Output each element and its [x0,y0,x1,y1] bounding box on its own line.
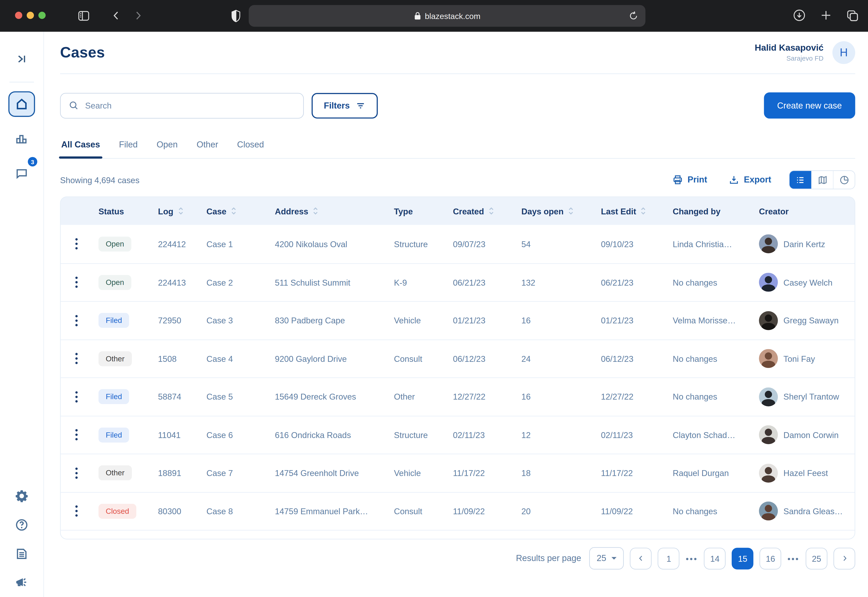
privacy-shield-icon[interactable] [229,9,243,23]
create-new-case-button[interactable]: Create new case [764,92,855,119]
last-edit-cell: 12/27/22 [594,392,666,402]
search-box[interactable] [60,93,304,118]
status-badge: Filed [99,313,129,328]
sidebar-item-reports[interactable] [8,126,35,151]
status-badge: Closed [99,503,136,518]
status-cell: Filed [92,313,151,328]
table-row[interactable]: Filed72950Case 3830 Padberg CapeVehicle0… [61,301,855,339]
search-input[interactable] [84,100,295,111]
changed-by-cell: No changes [666,392,752,402]
tab-other[interactable]: Other [196,135,219,158]
tab-all-cases[interactable]: All Cases [60,135,101,158]
back-button[interactable] [110,9,122,22]
sidebar-item-documents[interactable] [8,541,35,566]
row-actions-menu[interactable] [61,238,92,250]
results-per-page-label: Results per page [516,553,581,563]
column-header-address[interactable]: Address [268,206,387,216]
list-view-button[interactable] [789,171,811,189]
created-cell: 09/07/23 [446,239,515,249]
sort-icon[interactable] [230,206,237,215]
tab-filed[interactable]: Filed [118,135,139,158]
case-cell: Case 1 [200,239,268,249]
sidebar-item-announcements[interactable] [8,570,35,595]
changed-by-cell: Velma Morisse… [666,316,752,325]
main-content: Cases Halid Kasapović Sarajevo FD H [44,32,868,597]
minimize-window-button[interactable] [27,12,34,19]
status-cell: Open [92,236,151,251]
downloads-icon[interactable] [792,8,806,22]
tab-open[interactable]: Open [156,135,179,158]
sidebar-item-messages[interactable]: 3 [8,160,35,186]
column-header-last-edit[interactable]: Last Edit [594,206,666,216]
reload-icon[interactable] [628,10,639,23]
row-actions-menu[interactable] [61,505,92,517]
status-badge: Open [99,275,131,290]
row-actions-menu[interactable] [61,314,92,327]
row-actions-menu[interactable] [61,391,92,403]
new-tab-icon[interactable] [820,8,832,22]
case-cell: Case 7 [200,468,268,478]
row-actions-menu[interactable] [61,429,92,441]
case-cell: Case 5 [200,392,268,402]
sort-icon[interactable] [640,206,647,215]
user-avatar[interactable]: H [832,41,855,64]
table-row[interactable]: Filed58874Case 515649 Dereck GrovesOther… [61,377,855,416]
sidebar-item-settings[interactable] [8,483,35,508]
close-window-button[interactable] [15,12,22,19]
tab-overview-icon[interactable] [846,8,859,22]
export-button[interactable]: Export [725,174,775,186]
case-cell: Case 2 [200,278,268,287]
column-header-log[interactable]: Log [151,206,200,216]
print-button[interactable]: Print [669,174,711,186]
page-button-14[interactable]: 14 [704,548,726,569]
filters-button[interactable]: Filters [311,93,378,118]
type-cell: Consult [387,354,446,364]
page-ellipsis: ••• [788,554,800,563]
page-size-select[interactable]: 25 [590,547,624,569]
user-menu[interactable]: Halid Kasapović Sarajevo FD H [755,41,855,64]
zoom-window-button[interactable] [39,12,46,19]
table-row[interactable]: Open224412Case 14200 Nikolaus OvalStruct… [61,225,855,263]
forward-button[interactable] [132,9,144,22]
tab-closed[interactable]: Closed [236,135,265,158]
table-row[interactable]: Closed80300Case 814759 Emmanuel Park…Con… [61,492,855,530]
printer-icon [672,174,683,185]
column-header-case[interactable]: Case [200,206,268,216]
map-view-button[interactable] [811,171,833,189]
table-row[interactable]: Other18891Case 714754 Greenholt DriveVeh… [61,454,855,492]
column-header-creator: Creator [752,206,855,216]
sort-icon[interactable] [177,206,184,215]
page-button-25[interactable]: 25 [806,548,827,569]
column-header-days-open[interactable]: Days open [515,206,594,216]
sidebar-toggle-icon[interactable] [77,9,91,23]
sort-icon[interactable] [567,206,574,215]
sort-icon[interactable] [488,206,495,215]
column-header-created[interactable]: Created [446,206,515,216]
page-button-15[interactable]: 15 [732,548,754,569]
creator-cell: Hazel Feest [752,463,855,483]
row-actions-menu[interactable] [61,352,92,365]
sidebar-expand-icon[interactable] [16,53,28,67]
sort-icon[interactable] [312,206,319,215]
chart-view-button[interactable] [833,171,855,189]
page-button-1[interactable]: 1 [658,548,680,569]
results-summary: Showing 4,694 cases [60,175,139,184]
row-actions-menu[interactable] [61,467,92,479]
sidebar-item-help[interactable] [8,512,35,537]
search-icon [68,100,79,111]
next-page-button[interactable] [833,548,855,569]
window-controls[interactable] [15,12,46,19]
previous-page-button[interactable] [630,548,652,569]
sidebar-divider [9,82,34,82]
table-row[interactable]: Filed11041Case 6616 Ondricka RoadsStruct… [61,416,855,454]
table-row[interactable]: Open224413Case 2511 Schulist SummitK-906… [61,263,855,301]
address-bar[interactable]: blazestack.com [249,5,645,27]
page-button-16[interactable]: 16 [760,548,781,569]
download-icon [728,174,739,185]
row-actions-menu[interactable] [61,276,92,288]
table-row[interactable]: Other1508Case 49200 Gaylord DriveConsult… [61,339,855,377]
sidebar-item-home[interactable] [8,91,35,117]
log-cell: 224413 [151,278,200,287]
page-title: Cases [60,44,105,61]
address-cell: 14754 Greenholt Drive [268,468,387,478]
